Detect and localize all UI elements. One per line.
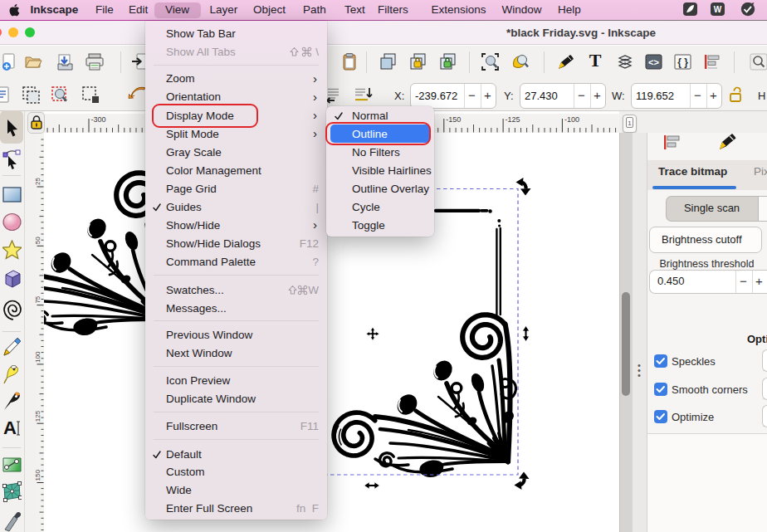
svg-text:{ }: { } [677, 56, 688, 68]
svg-text:W: W [714, 5, 722, 14]
svg-text:A: A [3, 417, 17, 438]
svg-text:<>: <> [648, 57, 659, 67]
svg-text:T: T [589, 51, 602, 70]
